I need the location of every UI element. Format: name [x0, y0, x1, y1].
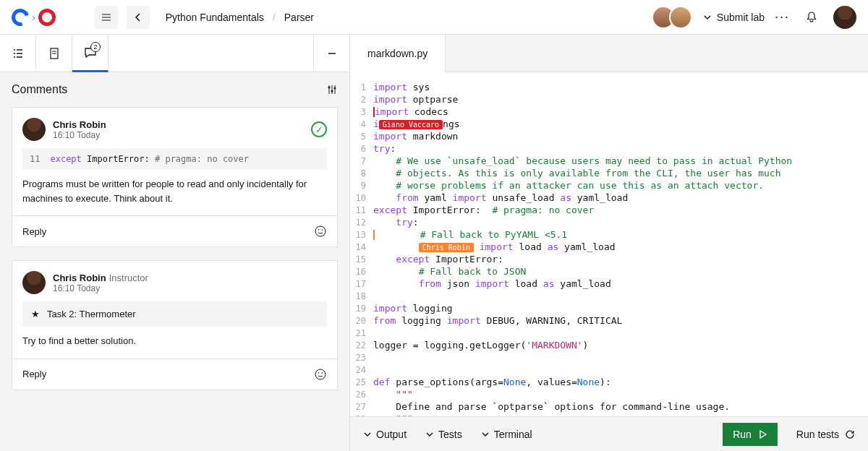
code-line[interactable]: 14 Chris Robin import load as yaml_load	[350, 241, 868, 253]
document-icon	[48, 47, 61, 60]
reply-button[interactable]: Reply	[22, 226, 46, 237]
chevron-down-icon	[702, 12, 712, 22]
comments-panel: Comments Chris Robin 16:10 Today ✓ 11exc…	[0, 72, 350, 451]
line-number: 16	[350, 267, 373, 277]
submit-lab-button[interactable]: Submit lab	[702, 12, 765, 23]
code-line[interactable]: 1import sys	[350, 81, 868, 93]
comment-body: Try to find a better solution.	[12, 334, 337, 358]
code-line[interactable]: 27 Define and parse `optparse` options f…	[350, 400, 868, 413]
line-number: 26	[350, 390, 373, 400]
line-number: 9	[350, 181, 373, 191]
tab-outline[interactable]	[0, 35, 36, 72]
output-tabs-bar: Output Tests Terminal Run Run tests	[350, 416, 868, 451]
svg-point-2	[331, 90, 333, 93]
code-line[interactable]: 3import codecs	[350, 106, 868, 118]
run-label: Run	[733, 429, 752, 440]
run-tests-label: Run tests	[796, 429, 839, 440]
comment-author: Chris Robin	[53, 272, 106, 283]
line-number: 5	[350, 132, 373, 142]
line-number: 10	[350, 193, 373, 203]
emoji-icon[interactable]	[314, 368, 327, 381]
code-line[interactable]: 17 from json import load as yaml_load	[350, 278, 868, 290]
more-menu-button[interactable]: ···	[775, 9, 790, 25]
output-label: Output	[376, 429, 407, 440]
tab-comments[interactable]: 2	[72, 35, 109, 72]
chevron-down-icon	[425, 430, 434, 439]
reply-button[interactable]: Reply	[22, 369, 46, 379]
comment-author: Chris Robin	[53, 119, 106, 130]
line-number: 21	[350, 328, 373, 338]
back-button[interactable]	[127, 6, 150, 29]
svg-point-5	[318, 229, 320, 231]
code-line[interactable]: 2import optparse	[350, 93, 868, 106]
code-line[interactable]: 25def parse_options(args=None, values=No…	[350, 376, 868, 388]
line-number: 25	[350, 377, 373, 387]
snippet-line-number: 11	[30, 154, 40, 164]
file-tab-active[interactable]: markdown.py	[350, 35, 446, 72]
svg-point-3	[334, 87, 336, 90]
run-tests-button[interactable]: Run tests	[796, 429, 855, 440]
line-number: 2	[350, 95, 373, 105]
code-line[interactable]: 6try:	[350, 142, 868, 155]
code-line[interactable]: 16 # Fall back to JSON	[350, 265, 868, 278]
comment-role: Instructor	[109, 272, 148, 283]
minus-icon	[326, 48, 338, 59]
code-line[interactable]: 11except ImportError: # pragma: no cover	[350, 204, 868, 216]
output-tab[interactable]: Output	[363, 429, 407, 440]
line-number: 1	[350, 82, 373, 93]
list-icon	[12, 47, 25, 60]
line-number: 18	[350, 291, 373, 301]
line-number: 22	[350, 340, 373, 351]
code-line[interactable]: 22logger = logging.getLogger('MARKDOWN')	[350, 339, 868, 351]
resolved-icon[interactable]: ✓	[311, 121, 327, 137]
line-number: 17	[350, 279, 373, 289]
file-tab-label: markdown.py	[367, 48, 427, 59]
line-number: 24	[350, 365, 373, 375]
code-line[interactable]: 26 """	[350, 388, 868, 400]
breadcrumb-lab[interactable]: Parser	[284, 12, 314, 23]
logo[interactable]: ›	[12, 9, 56, 26]
tab-files[interactable]	[36, 35, 72, 72]
line-number: 11	[350, 205, 373, 215]
code-editor[interactable]: 1import sys2import optparse3import codec…	[350, 72, 868, 416]
line-number: 23	[350, 353, 373, 363]
code-line[interactable]: 23	[350, 351, 868, 364]
comments-title: Comments	[12, 83, 67, 96]
emoji-icon[interactable]	[314, 225, 327, 238]
code-line[interactable]: 7 # We use `unsafe_load` because users m…	[350, 155, 868, 167]
terminal-tab[interactable]: Terminal	[481, 429, 532, 440]
menu-button[interactable]	[95, 6, 118, 29]
run-button[interactable]: Run	[723, 423, 778, 446]
user-avatar[interactable]	[833, 6, 856, 29]
code-line[interactable]: 20from logging import DEBUG, WARNING, CR…	[350, 314, 868, 327]
code-line[interactable]: 4iGiano Vaccarongs	[350, 118, 868, 130]
code-line[interactable]: 12 try:	[350, 216, 868, 228]
code-line[interactable]: 24	[350, 364, 868, 376]
collapse-panel-button[interactable]	[313, 35, 349, 72]
line-number: 15	[350, 254, 373, 265]
breadcrumb-course[interactable]: Python Fundamentals	[166, 12, 264, 23]
code-line[interactable]: 21	[350, 327, 868, 339]
comment-time: 16:10 Today	[53, 283, 148, 293]
comment-task-ref[interactable]: ★ Task 2: Thermometer	[22, 301, 327, 327]
code-line[interactable]: 5import markdown	[350, 130, 868, 142]
header: › Python Fundamentals / Parser Submit la…	[0, 0, 868, 35]
code-line[interactable]: 19import logging	[350, 302, 868, 314]
code-line[interactable]: 8 # objects. As this is only available f…	[350, 167, 868, 179]
code-line[interactable]: 18	[350, 290, 868, 302]
code-line[interactable]: 13 # Fall back to PyYAML <5.1	[350, 228, 868, 241]
code-line[interactable]: 10 from yaml import unsafe_load as yaml_…	[350, 192, 868, 204]
notifications-button[interactable]	[800, 6, 823, 29]
tests-tab[interactable]: Tests	[425, 429, 462, 440]
code-line[interactable]: 9 # worse problems if an attacker can us…	[350, 179, 868, 192]
code-line[interactable]: 28 """	[350, 413, 868, 416]
submit-lab-label: Submit lab	[717, 12, 765, 23]
code-line[interactable]: 15 except ImportError:	[350, 253, 868, 265]
line-number: 8	[350, 168, 373, 179]
comments-badge: 2	[90, 42, 101, 52]
star-icon: ★	[31, 309, 40, 319]
comment-code-snippet[interactable]: 11except ImportError: # pragma: no cover	[22, 148, 327, 170]
collaborator-avatars[interactable]	[652, 6, 692, 29]
collaborator-flag: Chris Robin	[419, 243, 474, 252]
filter-icon[interactable]	[326, 84, 338, 95]
